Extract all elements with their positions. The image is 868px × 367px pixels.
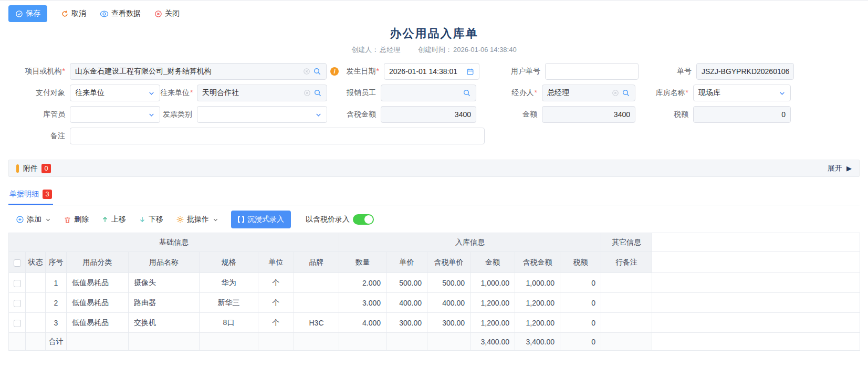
created-time-value: 2026-01-06 14:38:40 — [453, 46, 517, 54]
save-button[interactable]: 保存 — [8, 5, 47, 22]
search-icon[interactable] — [622, 89, 630, 97]
remark-input[interactable] — [70, 128, 485, 144]
move-up-button[interactable]: 上移 — [101, 215, 126, 224]
tax-amount-cell[interactable]: 1,200.00 — [515, 293, 560, 313]
search-icon[interactable] — [313, 67, 321, 76]
amount-cell[interactable]: 1,000.00 — [470, 273, 515, 293]
handler-input[interactable]: 总经理 — [542, 85, 635, 101]
row-remark-cell[interactable] — [601, 273, 652, 293]
seq-cell: 1 — [46, 273, 67, 293]
doc-meta: 创建人：总经理 创建时间：2026-01-06 14:38:40 — [0, 45, 868, 55]
row-checkbox[interactable] — [14, 300, 21, 307]
tax-cell[interactable]: 0 — [560, 293, 601, 313]
tax-incl-amount-input: 3400 — [381, 106, 476, 123]
triangle-right-icon: ▶ — [846, 164, 852, 172]
handler-label: 经办人* — [476, 88, 542, 98]
keeper-select[interactable] — [70, 106, 160, 123]
name-cell[interactable]: 路由器 — [129, 293, 200, 313]
qty-cell[interactable]: 4.000 — [339, 313, 386, 333]
pay-target-label: 支付对象 — [0, 88, 70, 98]
amount-cell[interactable]: 1,200.00 — [470, 313, 515, 333]
col-seq: 序号 — [46, 252, 67, 273]
col-name: 用品名称 — [129, 252, 200, 273]
calendar-icon[interactable] — [466, 68, 474, 76]
tax-cell[interactable]: 0 — [560, 273, 601, 293]
spec-cell[interactable]: 8口 — [200, 313, 258, 333]
qty-cell[interactable]: 2.000 — [339, 273, 386, 293]
view-data-button[interactable]: 查看数据 — [100, 9, 141, 18]
creator-value: 总经理 — [380, 46, 400, 54]
add-label: 添加 — [27, 215, 41, 224]
clear-icon[interactable] — [612, 89, 619, 97]
tab-detail[interactable]: 单据明细 3 — [8, 186, 53, 205]
occur-date-label: 发生日期* — [339, 67, 384, 76]
category-cell[interactable]: 低值易耗品 — [67, 273, 129, 293]
row-remark-cell[interactable] — [601, 293, 652, 313]
checkbox-cell — [9, 333, 26, 351]
brand-cell[interactable] — [294, 293, 339, 313]
expand-button[interactable]: 展开 ▶ — [828, 164, 852, 173]
search-icon[interactable] — [463, 89, 471, 97]
category-cell[interactable]: 低值易耗品 — [67, 313, 129, 333]
reimburse-employee-input[interactable] — [381, 85, 476, 101]
warehouse-select[interactable]: 现场库 — [693, 85, 791, 101]
name-cell[interactable]: 摄像头 — [129, 273, 200, 293]
brand-cell[interactable] — [294, 273, 339, 293]
price-cell[interactable]: 400.00 — [386, 293, 427, 313]
chevron-down-icon — [45, 217, 51, 223]
price-cell[interactable]: 500.00 — [386, 273, 427, 293]
page-title: 办公用品入库单 — [0, 26, 868, 41]
clear-icon[interactable] — [303, 68, 310, 75]
row-checkbox[interactable] — [14, 280, 21, 287]
detail-tabbar: 单据明细 3 — [8, 186, 860, 205]
filler-cell — [652, 333, 860, 351]
info-icon[interactable]: i — [330, 67, 339, 76]
tax-price-cell[interactable]: 500.00 — [427, 273, 470, 293]
unit-cell[interactable]: 个 — [258, 293, 294, 313]
tax-price-cell[interactable]: 400.00 — [427, 293, 470, 313]
search-icon[interactable] — [313, 89, 322, 97]
chevron-down-icon — [213, 217, 218, 223]
partner-input[interactable]: 天明合作社 — [197, 85, 327, 101]
category-cell[interactable]: 低值易耗品 — [67, 293, 129, 313]
qty-cell[interactable]: 3.000 — [339, 293, 386, 313]
pay-target-select[interactable]: 往来单位 — [70, 85, 160, 101]
tax-amount-cell[interactable]: 1,000.00 — [515, 273, 560, 293]
tax-amount-cell[interactable]: 1,200.00 — [515, 313, 560, 333]
total-row: 合计 3,400.00 3,400.00 0 — [9, 333, 860, 351]
row-remark-cell[interactable] — [601, 313, 652, 333]
project-input[interactable]: 山东金石建设工程有限公司_财务结算机构 — [70, 63, 327, 80]
col-qty: 数量 — [339, 252, 386, 273]
close-button[interactable]: 关闭 — [154, 9, 180, 18]
add-button[interactable]: 添加 — [16, 215, 51, 224]
clear-icon[interactable] — [304, 89, 311, 97]
amount-cell[interactable]: 1,200.00 — [470, 293, 515, 313]
partner-label: 往来单位* — [160, 88, 197, 98]
attachments-bar[interactable]: 附件 0 展开 ▶ — [8, 160, 860, 177]
spec-cell[interactable]: 华为 — [200, 273, 258, 293]
invoice-type-select[interactable] — [197, 106, 327, 123]
delete-button[interactable]: 删除 — [64, 215, 89, 224]
row-checkbox[interactable] — [14, 320, 21, 327]
unit-cell[interactable]: 个 — [258, 273, 294, 293]
user-no-input[interactable] — [545, 63, 639, 80]
select-all-checkbox[interactable] — [14, 259, 21, 267]
occur-date-input[interactable]: 2026-01-01 14:38:01 — [384, 63, 479, 80]
name-cell[interactable]: 交换机 — [129, 313, 200, 333]
cancel-button[interactable]: 取消 — [61, 9, 86, 18]
unit-cell[interactable]: 个 — [258, 313, 294, 333]
group-filler — [652, 233, 860, 252]
move-down-button[interactable]: 下移 — [139, 215, 163, 224]
col-unit: 单位 — [258, 252, 294, 273]
brand-cell[interactable]: H3C — [294, 313, 339, 333]
amount-input: 3400 — [542, 106, 635, 123]
spec-cell[interactable]: 新华三 — [200, 293, 258, 313]
total-tax-amount-cell: 3,400.00 — [515, 333, 560, 351]
tax-cell[interactable]: 0 — [560, 313, 601, 333]
tax-price-toggle[interactable] — [353, 214, 374, 225]
immersive-entry-button[interactable]: 沉浸式录入 — [231, 211, 291, 228]
warehouse-label: 库房名称* — [635, 88, 693, 98]
batch-button[interactable]: 批操作 — [176, 215, 218, 224]
tax-price-cell[interactable]: 300.00 — [427, 313, 470, 333]
price-cell[interactable]: 300.00 — [386, 313, 427, 333]
